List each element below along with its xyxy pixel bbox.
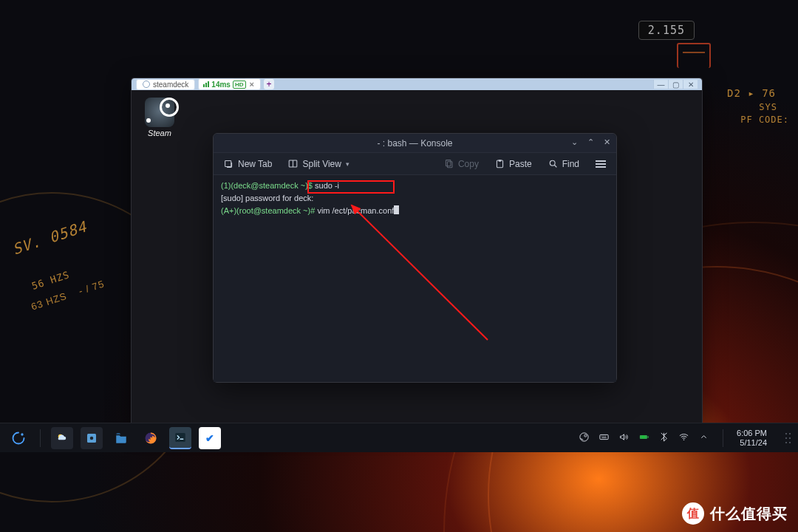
copy-icon	[444, 159, 454, 168]
svg-rect-15	[175, 433, 185, 442]
svg-point-13	[90, 436, 94, 440]
svg-point-16	[580, 432, 588, 440]
konsole-toolbar: New Tab Split View ▾ Copy	[214, 153, 616, 175]
remote-viewer-tabbar: steamdeck 14ms HD × + — ▢ ✕	[132, 78, 702, 90]
prompt: (1)(deck@steamdeck ~)$	[221, 181, 315, 190]
svg-point-7	[550, 160, 555, 166]
konsole-titlebar[interactable]: - : bash — Konsole ⌄ ⌃ ✕	[214, 134, 616, 153]
signal-icon	[203, 81, 209, 87]
tray-wifi-icon[interactable]	[678, 432, 689, 445]
start-button[interactable]	[7, 427, 30, 449]
tray-battery-icon[interactable]	[638, 432, 649, 445]
taskbar-app-files[interactable]	[110, 427, 132, 449]
svg-rect-18	[600, 434, 608, 439]
hud-bracket	[677, 43, 711, 68]
svg-point-10	[21, 433, 23, 435]
new-tab-icon	[224, 159, 233, 168]
chevron-down-icon: ▾	[346, 160, 349, 168]
hamburger-icon	[596, 160, 606, 168]
command: vim /ect/pacman.conf	[317, 206, 394, 215]
search-icon	[548, 159, 558, 168]
button-label: Paste	[509, 159, 532, 169]
taskbar-app-todesk[interactable]: ✔	[199, 427, 221, 449]
system-tray	[579, 432, 709, 445]
command: sudo -i	[315, 181, 339, 190]
hud-pfcode: PF CODE:	[740, 115, 789, 125]
hud-d2: D2 ▸ 76	[727, 87, 776, 99]
tray-steam-icon[interactable]	[579, 432, 590, 445]
latency-badge: 14ms HD ×	[198, 78, 261, 90]
paste-icon	[495, 159, 505, 168]
tray-bluetooth-icon[interactable]	[658, 432, 669, 445]
close-button[interactable]: ✕	[601, 137, 612, 147]
maximize-button[interactable]: ▢	[668, 80, 683, 89]
taskbar-clock[interactable]: 6:06 PM 5/11/24	[737, 429, 767, 448]
remote-desktop-icon-steam[interactable]: Steam	[145, 98, 174, 137]
svg-line-8	[554, 165, 556, 167]
taskbar-app-firefox[interactable]	[140, 427, 162, 449]
close-button[interactable]: ✕	[683, 80, 698, 89]
hamburger-menu-button[interactable]	[593, 158, 609, 170]
svg-rect-0	[225, 160, 231, 166]
split-view-button[interactable]: Split View ▾	[285, 157, 352, 171]
close-tab-button[interactable]: ×	[248, 80, 256, 89]
tray-volume-icon[interactable]	[618, 432, 630, 445]
find-button[interactable]: Find	[545, 157, 582, 171]
taskbar-app-weather[interactable]	[51, 427, 73, 449]
konsole-window[interactable]: - : bash — Konsole ⌄ ⌃ ✕ New Tab	[213, 133, 617, 383]
watermark-text: 什么值得买	[710, 504, 788, 524]
tab-label: steamdeck	[153, 81, 188, 89]
desktop-wallpaper: 2.155 SV. 0584 56 HZS 63 HZS - / 75 D2 ▸…	[0, 0, 798, 532]
button-label: New Tab	[238, 159, 272, 169]
date: 5/11/24	[737, 438, 767, 448]
svg-rect-20	[648, 436, 649, 438]
button-label: Find	[562, 159, 579, 169]
latency-value: 14ms	[211, 81, 231, 89]
paste-button[interactable]: Paste	[492, 157, 535, 171]
hd-badge: HD	[233, 81, 246, 89]
terminal-output[interactable]: (1)(deck@steamdeck ~)$ sudo -i [sudo] pa…	[214, 175, 616, 382]
show-desktop-handle[interactable]	[777, 428, 791, 449]
globe-icon	[143, 81, 150, 88]
window-controls: — ▢ ✕	[653, 80, 698, 89]
taskbar-app-konsole[interactable]	[169, 427, 191, 449]
taskbar-divider	[40, 429, 41, 447]
svg-rect-3	[446, 160, 451, 166]
maximize-button[interactable]: ⌃	[585, 137, 596, 147]
taskbar: ✔ 6:06 PM 5/11/24	[0, 423, 798, 452]
window-title: - : bash — Konsole	[377, 138, 452, 149]
hud-readout-top: 2.155	[638, 21, 695, 40]
button-label: Split View	[302, 159, 341, 169]
watermark-badge: 值	[682, 502, 704, 525]
button-label: Copy	[458, 159, 479, 169]
taskbar-app-settings[interactable]	[81, 427, 103, 449]
watermark: 值 什么值得买	[682, 502, 788, 525]
svg-rect-6	[498, 160, 501, 161]
svg-rect-4	[447, 162, 452, 168]
tray-keyboard-icon[interactable]	[598, 432, 610, 445]
minimize-button[interactable]: —	[653, 80, 668, 89]
copy-button[interactable]: Copy	[441, 157, 482, 171]
terminal-line: [sudo] password for deck:	[221, 194, 313, 202]
minimize-button[interactable]: ⌄	[569, 137, 579, 147]
connection-tab[interactable]: steamdeck	[136, 79, 195, 90]
new-tab-button[interactable]: +	[264, 79, 274, 89]
tray-expand-icon[interactable]	[698, 432, 709, 445]
svg-point-17	[584, 434, 587, 437]
steam-icon	[145, 98, 174, 127]
taskbar-divider	[723, 429, 723, 447]
new-tab-button[interactable]: New Tab	[221, 157, 275, 171]
split-view-icon	[288, 159, 298, 168]
hud-sys: SYS	[759, 102, 777, 112]
svg-point-21	[683, 439, 685, 440]
prompt: (A+)(root@steamdeck ~)#	[221, 206, 317, 215]
cursor	[394, 205, 399, 214]
time: 6:06 PM	[737, 429, 767, 438]
icon-label: Steam	[145, 129, 174, 137]
